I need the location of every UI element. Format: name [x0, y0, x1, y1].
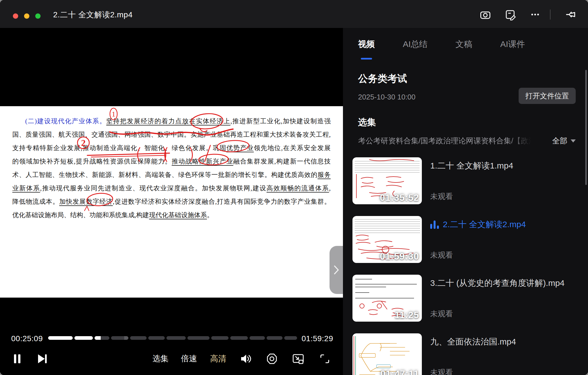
filter-label: 全部 [552, 136, 567, 146]
open-file-location-button[interactable]: 打开文件位置 [519, 88, 576, 104]
minimize-traffic-light[interactable] [24, 13, 29, 19]
video-player-area[interactable]: (二)建设现代化产业体系。坚持把发展经济的着力点放在实体经济上,推进新型工业化,… [0, 28, 343, 375]
text-run: ,促进数字经济和实体经济深度融合,打造具有国际竞争力的数字产业集群。 [113, 198, 331, 205]
playlist-path: 考公考研资料合集/国考政治理论网课资料合集/【政治理 [358, 136, 531, 146]
video-title: 3.二十 (从党史的考查角度讲解).mp4 [430, 277, 565, 289]
tab-ai-summary[interactable]: AI总结 [403, 39, 427, 50]
titlebar: 2.二十 全文解读2.mp4 [0, 0, 588, 28]
equalizer-bar [437, 226, 439, 229]
now-playing-icon [430, 220, 439, 229]
next-track-icon [36, 353, 48, 364]
fullscreen-button[interactable] [316, 351, 334, 367]
course-date: 2025-10-30 10:00 [358, 93, 415, 101]
text-run: (二)建设现代化产业体系。 [25, 118, 106, 125]
filter-dropdown[interactable]: 全部 [552, 136, 576, 146]
progress-segment-4 [111, 336, 128, 340]
progress-bar[interactable] [48, 336, 298, 340]
picture-in-picture-button[interactable] [289, 351, 308, 367]
chevron-down-icon [571, 139, 576, 143]
video-title-text: 1.二十 全文解读1.mp4 [430, 160, 513, 172]
camera-icon [479, 9, 491, 20]
video-thumbnail: 01:47:11 [352, 333, 422, 375]
annotate-note-button[interactable] [504, 8, 517, 21]
progress-segment-1 [48, 336, 73, 340]
text-run: 。 [207, 212, 213, 219]
titlebar-divider [550, 10, 551, 20]
progress-segment-7 [166, 336, 186, 340]
zoom-traffic-light[interactable] [35, 13, 41, 19]
video-thumbnail: 01:59:30 [352, 216, 422, 263]
text-run: 高效顺畅的流通体系 [267, 185, 329, 192]
pause-icon [11, 353, 23, 364]
close-traffic-light[interactable] [13, 13, 18, 19]
pin-sidebar-button[interactable] [564, 8, 578, 21]
video-title-text: 2.二十 全文解读2.mp4 [443, 219, 526, 230]
text-run: 业新体系 [12, 185, 40, 192]
progress-segment-2 [74, 336, 93, 340]
text-run: , [329, 185, 331, 192]
video-thumbnail: 01:35:52 [352, 157, 422, 204]
sidebar-tabs: 视频AI总结文稿AI课件 [358, 39, 525, 50]
speed-button[interactable]: 倍速 [178, 351, 200, 367]
pin-icon [565, 8, 577, 21]
episodes-heading: 选集 [358, 116, 376, 129]
tab-video[interactable]: 视频 [358, 39, 375, 50]
text-run: 加快发展数字经济 [59, 198, 113, 205]
quality-button[interactable]: 高清 [207, 351, 229, 367]
text-run: 国、质量强国、航天强国、交通强国、网络强国、数字中国。实施产业基础再造工程和重大… [12, 131, 331, 138]
sidebar-panel: 视频AI总结文稿AI课件 公务类考试 2025-10-30 10:00 打开文件… [343, 28, 588, 375]
pip-icon [291, 352, 305, 365]
total-time: 01:59:29 [302, 334, 333, 343]
screenshot-camera-button[interactable] [479, 8, 492, 21]
playlist-item-3[interactable]: 11:253.二十 (从党史的考查角度讲解).mp4未观看 [352, 270, 583, 328]
note-edit-icon [505, 9, 516, 20]
progress-segment-10 [230, 336, 248, 340]
watch-status: 未观看 [430, 191, 453, 201]
document-line-1: (二)建设现代化产业体系。坚持把发展经济的着力点放在实体经济上,推进新型工业化,… [12, 115, 331, 128]
tab-transcript[interactable]: 文稿 [455, 39, 472, 50]
volume-button[interactable] [236, 351, 255, 367]
ellipsis-icon [529, 9, 541, 20]
sidebar-scrollbar[interactable] [585, 70, 587, 185]
hexagon-camera-icon [265, 352, 278, 365]
text-run: 领先地位,在关系安全发展 [254, 144, 331, 151]
playlist-path-row: 考公考研资料合集/国考政治理论网课资料合集/【政治理 全部 [358, 135, 576, 146]
progress-segment-5 [130, 336, 147, 340]
text-run: 优势产业 [226, 144, 254, 151]
collapse-sidebar-tab[interactable] [330, 246, 343, 294]
progress-segment-6 [148, 336, 165, 340]
watch-status: 未观看 [430, 367, 453, 375]
more-options-button[interactable] [528, 8, 542, 21]
text-run: 坚持把发展经济的着力点放在实体经济上 [106, 118, 231, 125]
progress-segment-13 [284, 336, 297, 340]
video-duration: 01:59:30 [380, 251, 419, 262]
playlist: 01:35:521.二十 全文解读1.mp4未观看01:59:302.二十 全文… [352, 152, 583, 375]
document-line-7: 降低物流成本。加快发展数字经济,促进数字经济和实体经济深度融合,打造具有国际竞争… [12, 195, 331, 208]
chevron-right-icon [331, 264, 341, 276]
pause-button[interactable] [8, 351, 26, 367]
fullscreen-icon [319, 353, 331, 365]
video-duration: 01:47:11 [380, 369, 419, 375]
video-duration: 01:35:52 [380, 193, 419, 203]
document-line-5: 术、人工智能、生物技术、新能源、新材料、高端装备、绿色环保等一批新的增长引擎。构… [12, 168, 331, 182]
progress-segment-12 [267, 336, 283, 340]
tab-ai-courseware[interactable]: AI课件 [500, 39, 525, 50]
episodes-button[interactable]: 选集 [149, 351, 172, 367]
progress-segment-3 [95, 336, 109, 340]
text-run: 推动战略性新兴产业 [172, 158, 233, 165]
window-title: 2.二十 全文解读2.mp4 [53, 10, 133, 20]
playlist-item-1[interactable]: 01:35:521.二十 全文解读1.mp4未观看 [352, 152, 583, 211]
playlist-item-4[interactable]: 01:47:11九、全面依法治国.mp4未观看 [352, 328, 583, 375]
video-title: 1.二十 全文解读1.mp4 [430, 160, 513, 172]
video-title-text: 3.二十 (从党史的考查角度讲解).mp4 [430, 277, 565, 289]
playlist-item-2[interactable]: 01:59:302.二十 全文解读2.mp4未观看 [352, 211, 583, 270]
snapshot-button[interactable] [262, 351, 282, 367]
next-video-button[interactable] [33, 351, 51, 367]
video-title: 2.二十 全文解读2.mp4 [430, 219, 526, 230]
text-run: 现代化基础设施体系 [149, 212, 207, 219]
text-run: ,推进新型工业化,加快建设制造强 [231, 118, 331, 125]
equalizer-bar [434, 220, 436, 229]
progress-segment-11 [250, 336, 265, 340]
progress-segment-9 [211, 336, 229, 340]
document-line-2: 国、质量强国、航天强国、交通强国、网络强国、数字中国。实施产业基础再造工程和重大… [12, 128, 331, 141]
